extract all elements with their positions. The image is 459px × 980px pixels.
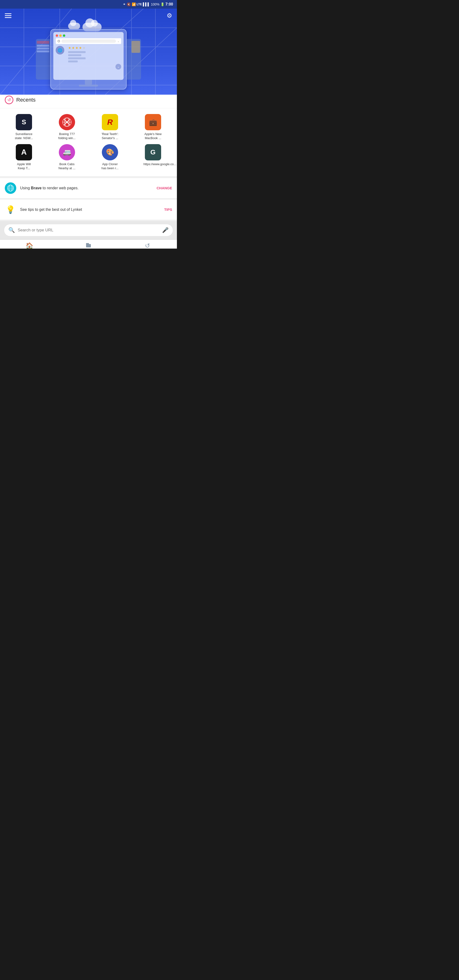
recent-label-appcloner: App Cloner has been r... bbox=[100, 162, 120, 170]
screen-content: 🌐 ★★★★★ bbox=[56, 46, 121, 64]
lte-label: LTE bbox=[137, 3, 142, 6]
search-container: 🔍 🎤 bbox=[0, 221, 177, 240]
recent-icon-van: 🚐 bbox=[59, 144, 75, 161]
clock: 7:00 bbox=[166, 2, 173, 6]
recent-icon-g: G bbox=[145, 144, 161, 161]
nav-history[interactable]: ↺ History bbox=[118, 242, 177, 248]
home-icon: 🏠 bbox=[26, 242, 33, 248]
volume-icon: 🔇 bbox=[127, 2, 131, 6]
recent-icon-r: R bbox=[102, 114, 118, 130]
screen-globe-icon: 🌐 bbox=[56, 46, 64, 54]
nav-home[interactable]: 🏠 Home bbox=[0, 242, 59, 248]
recent-item-google[interactable]: G https://www.google.co... bbox=[131, 142, 175, 172]
browser-text-prefix: Using bbox=[20, 186, 31, 190]
recent-label-bookcabs: Book Cabs Nearby at ... bbox=[57, 162, 76, 170]
browser-brand: Brave bbox=[31, 186, 41, 190]
nav-tabs[interactable]: Tabs bbox=[59, 242, 118, 248]
recent-icon-s: S bbox=[16, 114, 32, 130]
recent-label-surveillance: Surveillance state: NSW... bbox=[14, 132, 33, 140]
recents-icon: ↺ bbox=[5, 95, 13, 104]
recent-item-boeing[interactable]: Boeing 777 folding win... bbox=[45, 112, 88, 142]
screen-stars: ★★★★★ bbox=[68, 46, 86, 50]
recent-item-realteeth[interactable]: R 'Real Teeth': Senator's ... bbox=[88, 112, 131, 142]
recent-label-realteeth: 'Real Teeth': Senator's ... bbox=[100, 132, 120, 140]
recent-item-apple-keep[interactable]: A Apple Will Keep T... bbox=[2, 142, 45, 172]
bottom-nav: 🏠 Home Tabs ↺ History bbox=[0, 240, 177, 248]
monitor-stand bbox=[85, 80, 92, 84]
recents-grid: S Surveillance state: NSW... Bo bbox=[0, 108, 177, 178]
recent-icon-boeing bbox=[59, 114, 75, 130]
screen-address-bar: ⌄ bbox=[56, 38, 121, 44]
browser-text-suffix: to render web pages. bbox=[41, 186, 79, 190]
tips-banner-text: See tips to get the best out of Lynket bbox=[20, 207, 160, 213]
recent-icon-palette: 🎨 bbox=[102, 144, 118, 161]
recents-title: Recents bbox=[16, 97, 36, 103]
history-icon: ↺ bbox=[145, 242, 150, 248]
search-bar[interactable]: 🔍 🎤 bbox=[4, 224, 173, 236]
recent-item-surveillance[interactable]: S Surveillance state: NSW... bbox=[2, 112, 45, 142]
monitor-screen: ⌄ 🌐 ★★★★★ bbox=[53, 32, 124, 80]
cloud-small bbox=[68, 23, 80, 29]
recent-icon-briefcase: 💼 bbox=[145, 114, 161, 130]
tips-banner: 💡 See tips to get the best out of Lynket… bbox=[0, 200, 177, 221]
monitor-illustration: ⌄ 🌐 ★★★★★ bbox=[36, 29, 141, 90]
recent-label-apple-keep: Apple Will Keep T... bbox=[14, 162, 33, 170]
svg-rect-24 bbox=[86, 243, 89, 245]
monitor-left-panel bbox=[36, 39, 50, 80]
status-bar: ⚭ 🔇 📶 LTE ▌▌▌ 100% 🔋 7:00 bbox=[0, 0, 177, 9]
monitor-right-panel bbox=[127, 39, 141, 80]
banner-header: ⚙ ⌄ bbox=[0, 9, 177, 95]
recent-label-macbook: Apple's New MacBook ... bbox=[143, 132, 163, 140]
search-input[interactable] bbox=[18, 228, 159, 232]
recents-header: ↺ Recents bbox=[0, 95, 177, 108]
screen-content-lines bbox=[68, 51, 86, 62]
recent-item-appcloner[interactable]: 🎨 App Cloner has been r... bbox=[88, 142, 131, 172]
wifi-icon: 📶 bbox=[132, 2, 136, 6]
main-content: ↺ Recents S Surveillance state: NSW... bbox=[0, 95, 177, 248]
monitor-base bbox=[79, 84, 98, 86]
right-panel-box bbox=[131, 41, 140, 53]
recent-item-bookcabs[interactable]: 🚐 Book Cabs Nearby at ... bbox=[45, 142, 88, 172]
svg-rect-23 bbox=[86, 244, 91, 247]
recent-label-google: https://www.google.co... bbox=[143, 162, 163, 166]
screen-main-content: 🌐 ★★★★★ bbox=[56, 46, 121, 64]
tabs-icon bbox=[85, 242, 92, 248]
signal-icon: ▌▌▌ bbox=[143, 2, 150, 6]
recent-item-macbook[interactable]: 💼 Apple's New MacBook ... bbox=[131, 112, 175, 142]
battery-percent: 100% bbox=[151, 2, 159, 6]
microphone-icon[interactable]: 🎤 bbox=[162, 227, 169, 233]
status-icons: ⚭ 🔇 📶 LTE ▌▌▌ 100% 🔋 7:00 bbox=[123, 2, 173, 6]
tips-button[interactable]: TIPS bbox=[164, 207, 172, 212]
monitor-frame: ⌄ 🌐 ★★★★★ bbox=[50, 29, 127, 90]
browser-globe-icon bbox=[5, 182, 16, 194]
browser-banner-text: Using Brave to render web pages. bbox=[20, 185, 153, 191]
change-browser-button[interactable]: CHANGE bbox=[156, 186, 172, 190]
browser-banner: Using Brave to render web pages. CHANGE bbox=[0, 178, 177, 200]
bluetooth-icon: ⚭ bbox=[123, 2, 126, 6]
search-icon: 🔍 bbox=[8, 227, 15, 233]
tips-bulb-icon: 💡 bbox=[5, 204, 16, 215]
main-scroll-area[interactable]: ↺ Recents S Surveillance state: NSW... bbox=[0, 95, 177, 248]
recent-label-boeing: Boeing 777 folding win... bbox=[57, 132, 76, 140]
battery-icon: 🔋 bbox=[160, 2, 164, 6]
recent-icon-a: A bbox=[16, 144, 32, 161]
